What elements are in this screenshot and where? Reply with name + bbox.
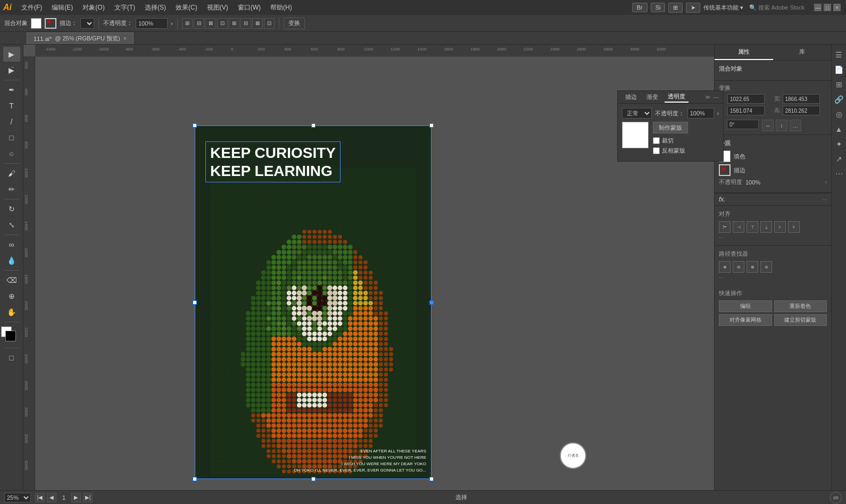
- handle-mr[interactable]: [429, 300, 434, 305]
- create-proof-button[interactable]: 制作蒙版: [653, 122, 688, 133]
- zoom-select[interactable]: 25%: [4, 493, 31, 502]
- recolor-button[interactable]: 重新着色: [774, 300, 827, 312]
- align-h-center[interactable]: ⊟: [194, 18, 204, 29]
- ellipse-tool[interactable]: ○: [3, 146, 20, 161]
- side-icon-5[interactable]: ◎: [833, 108, 845, 120]
- blend-mode-select[interactable]: 正常: [622, 108, 652, 119]
- paintbrush-tool[interactable]: 🖌: [3, 166, 20, 181]
- h-input[interactable]: [783, 106, 820, 115]
- tab-stroke[interactable]: 描边: [622, 92, 640, 102]
- handle-tr[interactable]: [429, 123, 434, 128]
- menu-effect[interactable]: 效果(C): [171, 2, 202, 13]
- stock-btn-arrow[interactable]: ➤: [686, 3, 700, 13]
- align-h-left[interactable]: ⊞: [182, 18, 193, 29]
- scale-tool[interactable]: ⤡: [3, 217, 20, 232]
- align-v-bottom[interactable]: ⊟: [240, 18, 251, 29]
- w-input[interactable]: [783, 94, 820, 104]
- minimize-button[interactable]: —: [814, 4, 822, 11]
- rect-tool[interactable]: □: [3, 130, 20, 145]
- side-icon-1[interactable]: ☰: [833, 49, 845, 61]
- invert-checkbox[interactable]: [653, 147, 660, 154]
- tab-gradient[interactable]: 渐变: [643, 92, 661, 102]
- pf-exclude[interactable]: ⊘: [760, 261, 772, 273]
- stroke-swatch[interactable]: ×: [45, 18, 56, 29]
- menu-file[interactable]: 文件(F): [17, 2, 46, 13]
- pf-unite[interactable]: ⊕: [719, 261, 731, 273]
- bridge-button[interactable]: Br: [632, 3, 648, 12]
- type-tool[interactable]: T: [3, 98, 20, 113]
- file-tab[interactable]: 111.ai* @ 25% (RGB/GPU 预览) ×: [27, 32, 134, 44]
- hand-tool[interactable]: ✋: [3, 305, 20, 320]
- pencil-tool[interactable]: ✏: [3, 182, 20, 197]
- eyedropper-tool[interactable]: 💧: [3, 253, 20, 268]
- transform-button[interactable]: 变换: [284, 18, 305, 29]
- line-tool[interactable]: /: [3, 114, 20, 129]
- transform-more[interactable]: …: [790, 120, 801, 131]
- fx-more[interactable]: ···: [823, 197, 827, 203]
- flip-h-btn[interactable]: ↔: [762, 120, 774, 131]
- flip-v-btn[interactable]: ↕: [776, 120, 787, 131]
- align-right-edges[interactable]: ⊤: [747, 221, 758, 233]
- stroke-select[interactable]: [80, 18, 94, 29]
- tab-properties[interactable]: 属性: [715, 45, 773, 60]
- side-icon-9[interactable]: ⋯: [833, 168, 845, 180]
- clip-checkbox[interactable]: [653, 137, 660, 144]
- next-page-btn[interactable]: ▶: [71, 493, 81, 502]
- distribute-v[interactable]: ⊡: [264, 18, 275, 29]
- handle-tm[interactable]: [311, 123, 316, 128]
- direct-select-tool[interactable]: ▶̈: [3, 63, 20, 78]
- close-button[interactable]: ×: [833, 4, 841, 11]
- y-input[interactable]: [727, 106, 765, 115]
- menu-edit[interactable]: 编辑(E): [47, 2, 77, 13]
- canvas-work-area[interactable]: KEEP CURIOSITY KEEP LEARNING EVEN AFTER …: [35, 56, 714, 490]
- fill-swatch[interactable]: [31, 18, 42, 29]
- menu-text[interactable]: 文字(T): [110, 2, 139, 13]
- handle-bl[interactable]: [193, 477, 197, 481]
- tab-transparency[interactable]: 透明度: [665, 91, 689, 103]
- background-color[interactable]: [5, 331, 16, 341]
- panel-expand-icon[interactable]: —: [714, 94, 719, 100]
- handle-tl[interactable]: [193, 123, 197, 128]
- pen-tool[interactable]: ✒: [3, 82, 20, 97]
- maximize-button[interactable]: □: [824, 4, 831, 11]
- pf-intersect[interactable]: ⊗: [747, 261, 758, 273]
- zoom-tool[interactable]: ⊕: [3, 289, 20, 304]
- opacity-input[interactable]: [136, 18, 168, 29]
- clip-mask-button[interactable]: 建立剪切蒙版: [774, 314, 827, 326]
- align-v-center[interactable]: ⊞: [229, 18, 239, 29]
- tab-close[interactable]: ×: [123, 36, 127, 41]
- blend-tool[interactable]: ∞: [3, 237, 20, 252]
- menu-view[interactable]: 视图(V): [203, 2, 233, 13]
- opacity-arrow-right[interactable]: ›: [825, 179, 827, 185]
- align-bottom-edges[interactable]: ⊧: [788, 221, 800, 233]
- last-page-btn[interactable]: ▶|: [83, 493, 93, 502]
- align-center-v[interactable]: ⊦: [774, 221, 786, 233]
- align-top-edges[interactable]: ⊥: [760, 221, 772, 233]
- distribute-h[interactable]: ⊠: [252, 18, 263, 29]
- align-pixel-button[interactable]: 对齐像素网格: [719, 314, 772, 326]
- stock-btn-si[interactable]: Si: [651, 3, 666, 12]
- stroke-swatch-panel[interactable]: [719, 164, 731, 176]
- panel-more-icon[interactable]: ≫: [705, 94, 710, 100]
- pf-minus[interactable]: ⊖: [733, 261, 744, 273]
- select-tool[interactable]: ▶: [3, 47, 20, 62]
- side-icon-7[interactable]: ✦: [833, 138, 845, 150]
- side-icon-6[interactable]: ▲: [833, 123, 845, 135]
- align-h-right[interactable]: ⊠: [205, 18, 216, 29]
- handle-ml[interactable]: [193, 300, 197, 305]
- align-v-top[interactable]: ⊡: [217, 18, 228, 29]
- change-screen-mode[interactable]: □: [3, 350, 20, 365]
- align-left-edges[interactable]: ⊢: [719, 221, 731, 233]
- prev-page-btn[interactable]: ◀: [47, 493, 56, 502]
- align-center-h[interactable]: ⊣: [733, 221, 744, 233]
- side-icon-3[interactable]: ⊞: [833, 79, 845, 90]
- eraser-tool[interactable]: ⌫: [3, 273, 20, 288]
- menu-window[interactable]: 窗口(W): [234, 2, 265, 13]
- handle-bm[interactable]: [311, 477, 316, 481]
- stock-btn-grid[interactable]: ⊞: [668, 3, 683, 13]
- menu-select[interactable]: 选择(S): [140, 2, 170, 13]
- x-input[interactable]: [727, 94, 765, 104]
- menu-help[interactable]: 帮助(H): [266, 2, 296, 13]
- menu-object[interactable]: 对象(O): [78, 2, 109, 13]
- tab-library[interactable]: 库: [773, 45, 832, 60]
